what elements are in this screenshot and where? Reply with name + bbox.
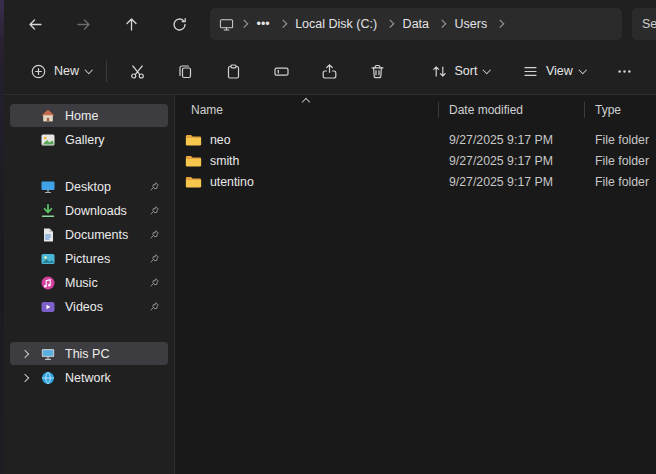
file-date-modified: 9/27/2025 9:17 PM — [439, 154, 585, 168]
file-row[interactable]: utentino 9/27/2025 9:17 PM File folder — [175, 171, 656, 192]
address-bar[interactable]: ••• Local Disk (C:) Data Users — [210, 8, 622, 40]
sidebar-item-network[interactable]: Network — [10, 366, 168, 389]
folder-icon — [185, 175, 202, 189]
pin-icon — [149, 277, 160, 288]
sidebar-item-pictures[interactable]: Pictures — [10, 247, 168, 270]
documents-icon — [40, 227, 56, 243]
sidebar-item-documents[interactable]: Documents — [10, 223, 168, 246]
delete-button[interactable] — [359, 54, 397, 88]
new-button[interactable]: New — [20, 54, 102, 88]
music-icon — [40, 275, 56, 291]
folder-icon — [185, 154, 202, 168]
copy-button[interactable] — [167, 54, 205, 88]
search-input[interactable]: Se — [632, 8, 656, 40]
sidebar-group-gap — [4, 319, 174, 341]
plus-circle-icon — [30, 63, 47, 80]
chevron-down-icon — [483, 66, 491, 74]
breadcrumb-item-users[interactable]: Users — [448, 13, 495, 35]
file-type: File folder — [585, 154, 656, 168]
file-type: File folder — [585, 175, 656, 189]
file-row[interactable]: neo 9/27/2025 9:17 PM File folder — [175, 129, 656, 150]
chevron-right-icon — [496, 20, 504, 28]
file-list-pane: Name Date modified Type neo 9/27/202 — [175, 95, 656, 474]
pin-icon — [149, 181, 160, 192]
refresh-button[interactable] — [162, 7, 196, 41]
back-button[interactable] — [18, 7, 52, 41]
column-header-label: Date modified — [449, 103, 523, 117]
network-icon — [40, 370, 56, 386]
chevron-right-icon[interactable] — [21, 374, 29, 382]
command-bar: New Sort View — [4, 48, 656, 95]
file-name: utentino — [210, 175, 254, 189]
forward-arrow-icon — [75, 16, 92, 33]
sidebar-item-label: Gallery — [65, 133, 105, 147]
refresh-icon — [171, 16, 188, 33]
breadcrumb-overflow-button[interactable]: ••• — [250, 13, 277, 35]
sidebar-item-home[interactable]: Home — [10, 104, 168, 127]
share-button[interactable] — [311, 54, 349, 88]
sidebar-item-label: Network — [65, 371, 111, 385]
share-icon — [321, 63, 338, 80]
copy-icon — [177, 63, 194, 80]
column-header-type[interactable]: Type — [585, 97, 656, 123]
chevron-right-icon — [386, 20, 394, 28]
sidebar-group-gap — [4, 152, 174, 174]
column-headers: Name Date modified Type — [175, 97, 656, 123]
back-arrow-icon — [27, 16, 44, 33]
paste-icon — [225, 63, 242, 80]
forward-button[interactable] — [66, 7, 100, 41]
breadcrumb-item-local-disk[interactable]: Local Disk (C:) — [288, 13, 384, 35]
home-icon — [40, 108, 56, 124]
sidebar-item-label: Downloads — [65, 204, 127, 218]
window-left-edge — [0, 0, 4, 474]
pin-icon — [149, 205, 160, 216]
sidebar-item-videos[interactable]: Videos — [10, 295, 168, 318]
file-row[interactable]: smith 9/27/2025 9:17 PM File folder — [175, 150, 656, 171]
breadcrumb-item-data[interactable]: Data — [396, 13, 436, 35]
column-header-date-modified[interactable]: Date modified — [439, 97, 584, 123]
search-text: Se — [642, 17, 656, 31]
navigation-bar: ••• Local Disk (C:) Data Users Se — [4, 0, 656, 48]
sidebar-item-label: Music — [65, 276, 98, 290]
rename-button[interactable] — [263, 54, 301, 88]
sort-button[interactable]: Sort — [421, 54, 500, 88]
column-header-label: Type — [595, 103, 621, 117]
new-button-label: New — [54, 64, 79, 78]
sidebar-item-desktop[interactable]: Desktop — [10, 175, 168, 198]
sidebar-item-label: Desktop — [65, 180, 111, 194]
rename-icon — [273, 63, 290, 80]
pin-icon — [149, 301, 160, 312]
paste-button[interactable] — [215, 54, 253, 88]
sidebar-item-gallery[interactable]: Gallery — [10, 128, 168, 151]
sidebar: Home Gallery Desktop — [4, 95, 175, 474]
chevron-down-icon — [579, 66, 587, 74]
toolbar-divider — [106, 60, 107, 82]
up-button[interactable] — [114, 7, 148, 41]
sidebar-item-label: Documents — [65, 228, 128, 242]
view-icon — [522, 63, 539, 80]
desktop-icon — [40, 179, 56, 195]
pin-icon — [149, 229, 160, 240]
cut-icon — [129, 63, 146, 80]
downloads-icon — [40, 203, 56, 219]
trash-icon — [369, 63, 386, 80]
sidebar-item-music[interactable]: Music — [10, 271, 168, 294]
file-name: smith — [210, 154, 239, 168]
cut-button[interactable] — [119, 54, 157, 88]
pin-icon — [149, 253, 160, 264]
chevron-right-icon — [438, 20, 446, 28]
file-date-modified: 9/27/2025 9:17 PM — [439, 133, 585, 147]
sidebar-item-downloads[interactable]: Downloads — [10, 199, 168, 222]
videos-icon — [40, 299, 56, 315]
view-button[interactable]: View — [512, 54, 595, 88]
sidebar-item-this-pc[interactable]: This PC — [10, 342, 168, 365]
sort-icon — [431, 63, 448, 80]
more-options-button[interactable] — [605, 54, 643, 88]
chevron-right-icon — [240, 20, 248, 28]
file-date-modified: 9/27/2025 9:17 PM — [439, 175, 585, 189]
file-name: neo — [210, 133, 231, 147]
this-pc-icon — [40, 346, 56, 362]
chevron-right-icon[interactable] — [21, 350, 29, 358]
view-button-label: View — [546, 64, 573, 78]
folder-icon — [185, 133, 202, 147]
